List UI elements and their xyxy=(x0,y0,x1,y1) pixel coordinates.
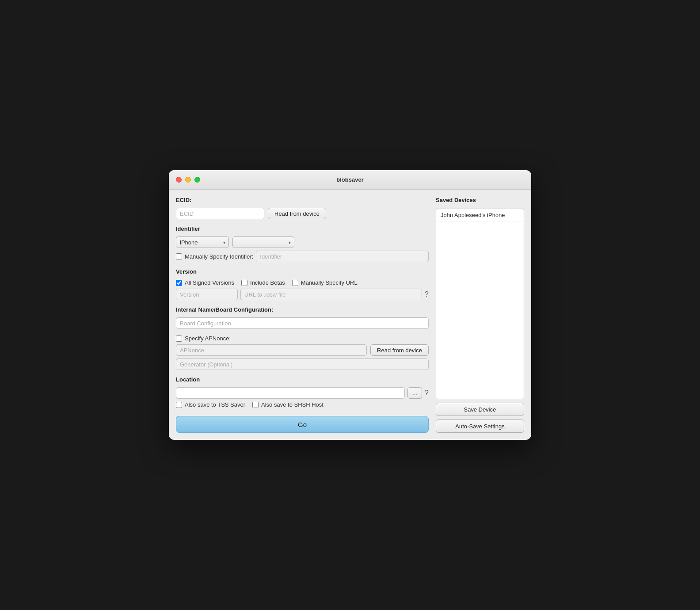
device-model-select-wrapper: ▾ xyxy=(232,236,294,248)
close-button[interactable] xyxy=(176,177,182,183)
board-config-section: Internal Name/Board Configuration: xyxy=(176,306,429,329)
saved-devices-list[interactable]: John Appleseed's iPhone xyxy=(436,209,524,399)
apnonce-read-from-device-button[interactable]: Read from device xyxy=(370,344,429,356)
location-input[interactable]: /Users/airsquared/Blobs xyxy=(176,387,405,399)
maximize-button[interactable] xyxy=(194,177,200,183)
generator-input[interactable] xyxy=(176,358,429,370)
ecid-row: Read from device xyxy=(176,208,429,219)
all-signed-versions-row: All Signed Versions xyxy=(176,279,234,286)
ecid-section: ECID: Read from device xyxy=(176,197,429,219)
manually-specify-url-checkbox[interactable] xyxy=(292,280,298,286)
version-checkboxes: All Signed Versions Include Betas Manual… xyxy=(176,279,429,286)
manually-specify-url-row: Manually Specify URL xyxy=(292,279,358,286)
manually-specify-identifier-checkbox[interactable] xyxy=(176,253,182,259)
ecid-input[interactable] xyxy=(176,208,264,219)
location-section: Location /Users/airsquared/Blobs ... ? A… xyxy=(176,376,429,408)
manually-specify-identifier-label: Manually Specify Identifier: xyxy=(185,253,253,260)
device-model-select[interactable] xyxy=(232,236,294,248)
apnonce-input[interactable] xyxy=(176,344,367,356)
version-help-icon[interactable]: ? xyxy=(425,290,429,298)
also-save-shsh-label: Also save to SHSH Host xyxy=(261,401,323,408)
all-signed-versions-label: All Signed Versions xyxy=(185,279,234,286)
device-type-select[interactable]: iPhone iPad iPod AppleTV xyxy=(176,236,229,248)
ecid-label: ECID: xyxy=(176,197,429,203)
apnonce-section: Specify APNonce: Read from device xyxy=(176,335,429,370)
version-section: Version All Signed Versions Include Beta… xyxy=(176,268,429,300)
specify-apnonce-label: Specify APNonce: xyxy=(185,335,231,342)
identifier-row: iPhone iPad iPod AppleTV ▾ ▾ xyxy=(176,236,429,248)
identifier-label: Identifier xyxy=(176,225,429,232)
also-save-tss-checkbox[interactable] xyxy=(176,402,182,408)
include-betas-checkbox[interactable] xyxy=(241,280,247,286)
browse-button[interactable]: ... xyxy=(407,387,422,399)
board-config-label: Internal Name/Board Configuration: xyxy=(176,306,429,313)
location-row: /Users/airsquared/Blobs ... ? xyxy=(176,387,429,399)
main-panel: ECID: Read from device Identifier iPhone… xyxy=(176,197,429,433)
location-label: Location xyxy=(176,376,429,383)
location-help-icon[interactable]: ? xyxy=(425,389,429,397)
version-inputs-row: ? xyxy=(176,289,429,300)
also-save-tss-label: Also save to TSS Saver xyxy=(185,401,245,408)
manually-specify-identifier-row: Manually Specify Identifier: xyxy=(176,251,429,262)
device-type-select-wrapper: iPhone iPad iPod AppleTV ▾ xyxy=(176,236,229,248)
specify-apnonce-row: Specify APNonce: xyxy=(176,335,429,342)
titlebar: blobsaver xyxy=(169,170,531,190)
include-betas-row: Include Betas xyxy=(241,279,285,286)
minimize-button[interactable] xyxy=(185,177,191,183)
also-save-shsh-checkbox[interactable] xyxy=(252,402,259,408)
include-betas-label: Include Betas xyxy=(250,279,285,286)
ipsw-url-input[interactable] xyxy=(240,289,422,300)
also-save-tss-row: Also save to TSS Saver xyxy=(176,401,245,408)
also-save-shsh-row: Also save to SHSH Host xyxy=(252,401,323,408)
version-label: Version xyxy=(176,268,429,275)
identifier-section: Identifier iPhone iPad iPod AppleTV ▾ xyxy=(176,225,429,262)
manually-specify-url-label: Manually Specify URL xyxy=(301,279,358,286)
saved-devices-label: Saved Devices xyxy=(436,197,524,203)
read-from-device-button[interactable]: Read from device xyxy=(268,208,326,219)
traffic-lights xyxy=(176,177,200,183)
save-device-button[interactable]: Save Device xyxy=(436,403,524,416)
window-content: ECID: Read from device Identifier iPhone… xyxy=(169,190,531,440)
window-title: blobsaver xyxy=(336,176,363,183)
identifier-manual-input[interactable] xyxy=(256,251,429,262)
specify-apnonce-checkbox[interactable] xyxy=(176,336,182,342)
auto-save-settings-button[interactable]: Auto-Save Settings xyxy=(436,419,524,433)
side-panel: Saved Devices John Appleseed's iPhone Sa… xyxy=(436,197,524,433)
apnonce-input-row: Read from device xyxy=(176,344,429,356)
also-save-row: Also save to TSS Saver Also save to SHSH… xyxy=(176,401,429,408)
all-signed-versions-checkbox[interactable] xyxy=(176,280,182,286)
list-item[interactable]: John Appleseed's iPhone xyxy=(436,209,524,221)
version-input[interactable] xyxy=(176,289,238,300)
go-button[interactable]: Go xyxy=(176,416,429,433)
board-config-input[interactable] xyxy=(176,317,429,329)
app-window: blobsaver ECID: Read from device Identif… xyxy=(169,170,531,440)
